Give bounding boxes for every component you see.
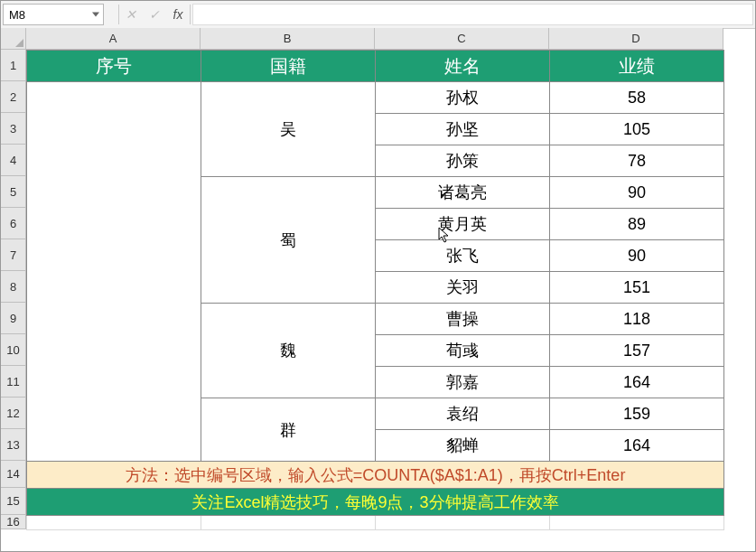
- name-box-value: M8: [9, 8, 25, 22]
- header-c[interactable]: 姓名: [376, 51, 550, 82]
- row-header-6[interactable]: 6: [1, 208, 26, 239]
- cell-name[interactable]: 关羽: [376, 272, 550, 304]
- row-header-2[interactable]: 2: [1, 81, 26, 113]
- cell-name[interactable]: 曹操: [376, 304, 550, 335]
- empty-cell[interactable]: [201, 516, 376, 530]
- cell-name[interactable]: 貂蝉: [376, 430, 550, 462]
- cell-score[interactable]: 151: [550, 272, 724, 304]
- footer-cell[interactable]: 关注Excel精选技巧，每晚9点，3分钟提高工作效率: [27, 489, 724, 516]
- cell-name[interactable]: 诸葛亮: [376, 177, 550, 209]
- cell-score[interactable]: 89: [550, 209, 724, 240]
- row-header-7[interactable]: 7: [1, 239, 26, 271]
- cell-score[interactable]: 164: [550, 367, 724, 398]
- cell-country[interactable]: 蜀: [201, 177, 376, 304]
- cell-country[interactable]: 吴: [201, 82, 376, 177]
- name-box[interactable]: M8: [3, 4, 104, 25]
- cell-name[interactable]: 孙权: [376, 82, 550, 114]
- cell-score[interactable]: 90: [550, 240, 724, 272]
- cell-name[interactable]: 郭嘉: [376, 367, 550, 398]
- cells-area[interactable]: 序号国籍姓名业绩吴孙权58孙坚105孙策78蜀诸葛亮90黄月英89张飞90关羽1…: [26, 50, 724, 530]
- column-header-a[interactable]: A: [26, 28, 201, 50]
- header-d[interactable]: 业绩: [550, 51, 724, 82]
- cell-name[interactable]: 荀彧: [376, 335, 550, 367]
- empty-cell[interactable]: [376, 516, 550, 530]
- row-header-16[interactable]: 16: [1, 515, 26, 529]
- row-header-11[interactable]: 11: [1, 366, 26, 398]
- header-a[interactable]: 序号: [27, 51, 201, 82]
- cell-score[interactable]: 78: [550, 145, 724, 177]
- column-header-b[interactable]: B: [201, 28, 375, 50]
- column-headers: ABCD: [26, 28, 723, 50]
- formula-input[interactable]: [192, 4, 753, 25]
- spreadsheet-grid: ABCD 12345678910111213141516 序号国籍姓名业绩吴孙权…: [1, 28, 755, 551]
- row-header-14[interactable]: 14: [1, 461, 26, 488]
- confirm-icon: ✓: [143, 1, 166, 28]
- tip-cell[interactable]: 方法：选中编号区域，输入公式=COUNTA($A$1:A1)，再按Ctrl+En…: [27, 462, 724, 489]
- cell-score[interactable]: 58: [550, 82, 724, 114]
- row-header-3[interactable]: 3: [1, 113, 26, 145]
- row-header-15[interactable]: 15: [1, 488, 26, 515]
- row-header-12[interactable]: 12: [1, 398, 26, 429]
- cell-country[interactable]: 群: [201, 398, 376, 462]
- row-header-8[interactable]: 8: [1, 271, 26, 303]
- column-header-d[interactable]: D: [549, 28, 723, 50]
- chevron-down-icon[interactable]: [92, 13, 99, 17]
- cell-score[interactable]: 118: [550, 304, 724, 335]
- cell-name[interactable]: 孙策: [376, 145, 550, 177]
- cell-score[interactable]: 105: [550, 114, 724, 145]
- cell-country[interactable]: 魏: [201, 304, 376, 398]
- cell-score[interactable]: 164: [550, 430, 724, 462]
- select-all-corner[interactable]: [1, 28, 26, 50]
- row-header-5[interactable]: 5: [1, 176, 26, 208]
- cell-name[interactable]: 黄月英: [376, 209, 550, 240]
- cell-seq[interactable]: [27, 82, 201, 462]
- empty-cell[interactable]: [550, 516, 724, 530]
- header-b[interactable]: 国籍: [201, 51, 376, 82]
- cell-score[interactable]: 159: [550, 398, 724, 430]
- cell-score[interactable]: 157: [550, 335, 724, 367]
- fx-icon[interactable]: fx: [166, 1, 190, 28]
- row-header-10[interactable]: 10: [1, 334, 26, 366]
- cell-score[interactable]: 90: [550, 177, 724, 209]
- empty-cell[interactable]: [27, 516, 201, 530]
- row-header-13[interactable]: 13: [1, 429, 26, 461]
- cancel-icon: ✕: [119, 1, 143, 28]
- row-header-4[interactable]: 4: [1, 145, 26, 176]
- row-header-9[interactable]: 9: [1, 303, 26, 334]
- row-header-1[interactable]: 1: [1, 50, 26, 81]
- row-headers: 12345678910111213141516: [1, 50, 26, 529]
- cell-name[interactable]: 孙坚: [376, 114, 550, 145]
- cell-name[interactable]: 张飞: [376, 240, 550, 272]
- column-header-c[interactable]: C: [375, 28, 549, 50]
- cell-name[interactable]: 袁绍: [376, 398, 550, 430]
- formula-bar: M8 ✕ ✓ fx: [1, 1, 755, 29]
